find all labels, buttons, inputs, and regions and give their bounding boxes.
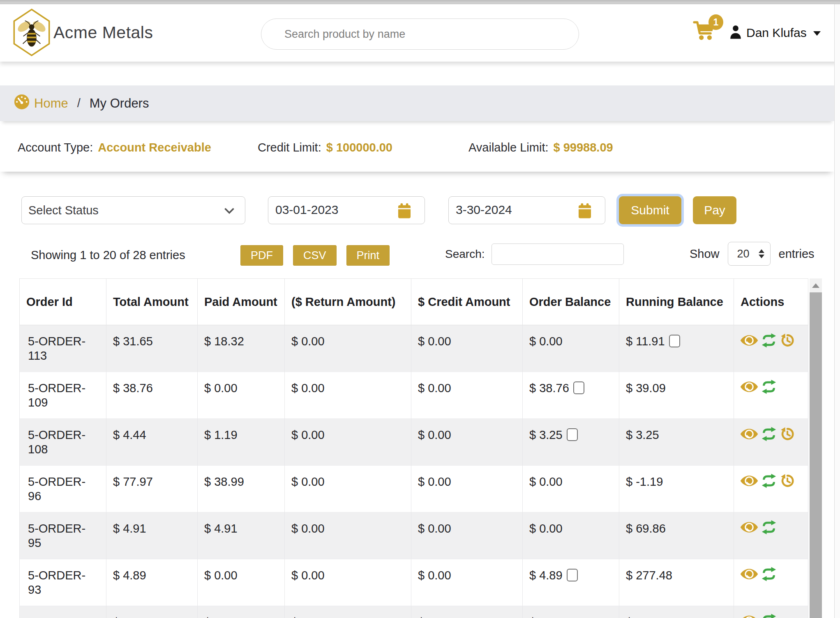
running-balance-cell: $ 3.25 bbox=[619, 419, 734, 466]
col-credit-amount[interactable]: $ Credit Amount bbox=[411, 279, 523, 325]
col-total-amount[interactable]: Total Amount bbox=[106, 279, 198, 325]
chevron-down-icon bbox=[813, 31, 821, 36]
page-scrollbar[interactable] bbox=[834, 4, 840, 618]
paid-amount-cell: $ 1.19 bbox=[198, 419, 285, 466]
date-to-field bbox=[448, 196, 605, 224]
order-balance-cell: $ 3.25 bbox=[523, 419, 619, 466]
repeat-icon[interactable] bbox=[760, 333, 778, 348]
running-balance-cell: $ 69.86 bbox=[619, 512, 734, 559]
window-top-edge bbox=[0, 0, 840, 4]
account-type: Account Type: Account Receivable bbox=[18, 123, 211, 172]
return-amount-cell: $ 0.00 bbox=[285, 559, 411, 606]
history-icon[interactable] bbox=[779, 473, 796, 489]
running-balance-cell: $ 39.09 bbox=[619, 372, 734, 419]
calendar-icon[interactable] bbox=[397, 202, 412, 221]
table-search-label: Search: bbox=[445, 248, 485, 261]
pdf-button[interactable]: PDF bbox=[240, 245, 283, 266]
eye-icon[interactable] bbox=[740, 474, 759, 488]
eye-icon[interactable] bbox=[740, 520, 759, 534]
pay-button[interactable]: Pay bbox=[693, 196, 736, 224]
running-balance-checkbox[interactable] bbox=[669, 335, 680, 347]
date-to-input[interactable] bbox=[449, 197, 567, 223]
order-id-cell: 5-ORDER-95 bbox=[20, 512, 106, 559]
csv-button[interactable]: CSV bbox=[293, 245, 337, 266]
col-order-balance[interactable]: Order Balance bbox=[523, 279, 619, 325]
bee-hexagon-logo[interactable] bbox=[12, 8, 51, 59]
order-id-cell: 5-ORDER-93 bbox=[20, 559, 106, 606]
entries-label: entries bbox=[779, 247, 815, 261]
credit-amount-cell: $ 0.00 bbox=[411, 559, 523, 606]
total-amount-cell: $ 4.44 bbox=[106, 419, 198, 466]
chevron-down-icon bbox=[224, 204, 235, 217]
col-running-balance[interactable]: Running Balance bbox=[619, 279, 734, 325]
repeat-icon[interactable] bbox=[760, 613, 778, 618]
actions-cell bbox=[734, 419, 808, 466]
actions-cell bbox=[734, 466, 808, 512]
table-scrollbar-thumb[interactable] bbox=[810, 292, 822, 618]
table-search: Search: bbox=[445, 242, 624, 266]
repeat-icon[interactable] bbox=[760, 473, 778, 488]
eye-icon[interactable] bbox=[740, 567, 759, 581]
account-summary-bar: Account Type: Account Receivable Credit … bbox=[0, 123, 834, 172]
table-row: 5-ORDER-95 $ 4.91 $ 4.91 $ 0.00 $ 0.00 $… bbox=[20, 512, 808, 559]
breadcrumb-home-label: Home bbox=[34, 96, 68, 111]
order-id-cell: 5-ORDER-113 bbox=[20, 325, 106, 372]
actions-cell bbox=[734, 512, 808, 559]
order-balance-checkbox[interactable] bbox=[567, 569, 578, 581]
running-balance-cell: $ 11.91 bbox=[619, 325, 734, 372]
running-balance-cell: $ 170.38 bbox=[619, 606, 734, 618]
col-order-id[interactable]: Order Id bbox=[20, 279, 106, 325]
paid-amount-cell: $ 18.32 bbox=[198, 325, 285, 372]
col-return-amount[interactable]: ($ Return Amount) bbox=[285, 279, 411, 325]
order-balance-checkbox[interactable] bbox=[567, 428, 578, 441]
credit-limit-value: $ 100000.00 bbox=[326, 141, 392, 154]
repeat-icon[interactable] bbox=[760, 379, 778, 394]
col-paid-amount[interactable]: Paid Amount bbox=[198, 279, 285, 325]
cart-button[interactable]: 1 bbox=[693, 20, 730, 53]
paid-amount-cell: $ 0.00 bbox=[198, 372, 285, 419]
breadcrumb-separator: / bbox=[74, 96, 84, 110]
breadcrumb-home-link[interactable]: Home bbox=[14, 94, 68, 113]
history-icon[interactable] bbox=[779, 426, 796, 442]
order-balance-checkbox[interactable] bbox=[573, 381, 584, 394]
scroll-up-arrow-icon[interactable] bbox=[810, 278, 822, 292]
cart-icon bbox=[693, 36, 717, 43]
table-row: 5-ORDER-108 $ 4.44 $ 1.19 $ 0.00 $ 0.00 … bbox=[20, 419, 808, 466]
order-id-cell: 5-ORDER-96 bbox=[20, 466, 106, 512]
person-icon bbox=[728, 24, 743, 42]
eye-icon[interactable] bbox=[740, 427, 759, 441]
eye-icon[interactable] bbox=[740, 380, 759, 394]
page-size-select[interactable]: 20 bbox=[728, 242, 771, 266]
order-id-cell: 5-ORDER-86 bbox=[20, 606, 106, 618]
show-label: Show bbox=[690, 247, 720, 261]
actions-cell bbox=[734, 559, 808, 606]
app-header: Acme Metals 1 Dan Klufas bbox=[0, 4, 840, 62]
paid-amount-cell: $ 0.00 bbox=[198, 559, 285, 606]
return-amount-cell: $ 0.00 bbox=[285, 606, 411, 618]
print-button[interactable]: Print bbox=[346, 245, 390, 266]
date-from-input[interactable] bbox=[268, 197, 386, 223]
order-id-cell: 5-ORDER-108 bbox=[20, 419, 106, 466]
order-balance-cell: $ 4.89 bbox=[523, 559, 619, 606]
repeat-icon[interactable] bbox=[760, 427, 778, 441]
status-select[interactable]: Select Status bbox=[21, 196, 245, 224]
eye-icon[interactable] bbox=[740, 333, 759, 347]
running-balance-cell: $ 277.48 bbox=[619, 559, 734, 606]
user-menu[interactable]: Dan Klufas bbox=[728, 4, 821, 62]
order-id-cell: 5-ORDER-109 bbox=[20, 372, 106, 419]
repeat-icon[interactable] bbox=[760, 567, 778, 581]
submit-button[interactable]: Submit bbox=[619, 196, 681, 224]
product-search-input[interactable] bbox=[261, 18, 579, 50]
repeat-icon[interactable] bbox=[760, 520, 778, 535]
orders-table: Order Id Total Amount Paid Amount ($ Ret… bbox=[19, 278, 808, 618]
credit-limit-label: Credit Limit: bbox=[258, 141, 321, 154]
table-scrollbar[interactable] bbox=[810, 278, 822, 618]
available-limit-value: $ 99988.09 bbox=[554, 141, 613, 154]
breadcrumb-current: My Orders bbox=[90, 96, 149, 111]
table-search-input[interactable] bbox=[492, 244, 624, 265]
eye-icon[interactable] bbox=[740, 614, 759, 618]
order-balance-cell: $ 0.00 bbox=[523, 466, 619, 512]
total-amount-cell: $ 154.00 bbox=[106, 606, 198, 618]
history-icon[interactable] bbox=[779, 333, 796, 348]
calendar-icon[interactable] bbox=[577, 202, 593, 221]
